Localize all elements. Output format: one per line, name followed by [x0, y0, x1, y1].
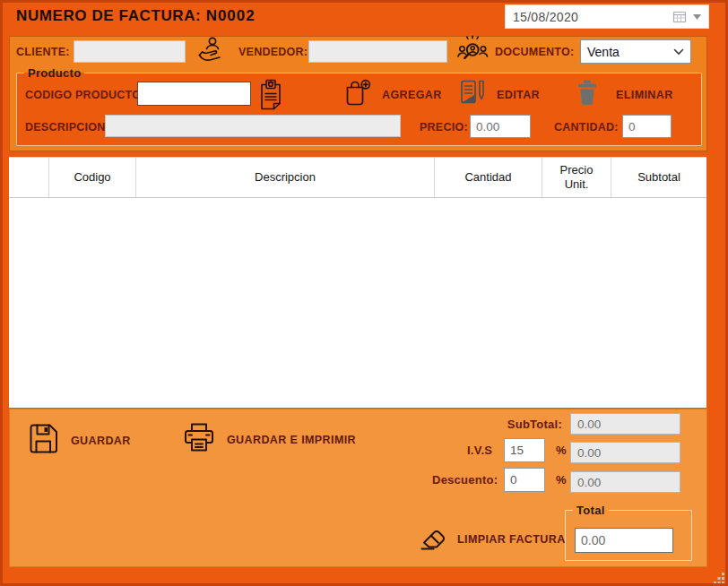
- chevron-down-icon: [673, 48, 684, 56]
- descuento-label: Descuento:: [432, 473, 498, 487]
- table-body: [9, 199, 706, 408]
- eliminar-label: ELIMINAR: [616, 89, 673, 101]
- producto-group-label: Producto: [24, 66, 84, 80]
- printer-icon: [182, 421, 216, 459]
- limpiar-factura-label: LIMPIAR FACTURA: [457, 533, 566, 546]
- col-header-codigo[interactable]: Codigo: [49, 158, 136, 197]
- limpiar-factura-button[interactable]: LIMPIAR FACTURA: [419, 523, 566, 555]
- items-table: Codigo Descripcion Cantidad Precio Unit.…: [9, 157, 706, 408]
- ivs-display: 0.00: [570, 442, 680, 463]
- ivs-label: I.V.S: [467, 444, 492, 457]
- editar-button[interactable]: EDITAR: [459, 79, 540, 110]
- descuento-rate-input[interactable]: [504, 468, 545, 492]
- documento-value: Venta: [587, 45, 620, 59]
- documento-label: DOCUMENTO:: [495, 46, 574, 58]
- precio-input[interactable]: [470, 115, 531, 138]
- eliminar-button[interactable]: ELIMINAR: [576, 80, 673, 109]
- guardar-button[interactable]: GUARDAR: [27, 421, 131, 460]
- ivs-percent-label: %: [556, 444, 567, 457]
- guardar-imprimir-button[interactable]: GUARDAR E IMPRIMIR: [182, 421, 356, 459]
- calendar-icon: [672, 10, 688, 23]
- cantidad-input[interactable]: [622, 115, 672, 138]
- descripcion-label: DESCRIPCION:: [25, 121, 109, 134]
- date-picker[interactable]: 15/08/2020: [505, 4, 709, 29]
- codigo-producto-input[interactable]: [137, 82, 251, 106]
- col-header-subtotal[interactable]: Subtotal: [611, 158, 706, 197]
- vendor-search-button[interactable]: [455, 35, 490, 68]
- eraser-icon: [419, 523, 450, 555]
- codigo-producto-label: CODIGO PRODUCTO:: [25, 89, 145, 101]
- invoice-number: N0002: [206, 7, 256, 24]
- descuento-percent-label: %: [556, 473, 567, 487]
- col-header-descripcion[interactable]: Descripcion: [136, 158, 435, 197]
- total-input: [575, 528, 673, 553]
- descuento-display: 0.00: [570, 471, 680, 493]
- precio-label: PRECIO:: [420, 121, 468, 134]
- product-lookup-button[interactable]: [258, 79, 283, 114]
- col-header-precio-unit[interactable]: Precio Unit.: [542, 158, 611, 197]
- ivs-rate-input[interactable]: [504, 438, 545, 462]
- document-pen-icon: [459, 79, 486, 110]
- product-document-icon: [258, 98, 283, 113]
- guardar-label: GUARDAR: [71, 435, 131, 447]
- guardar-imprimir-label: GUARDAR E IMPRIMIR: [227, 434, 356, 446]
- person-hand-icon: [196, 51, 226, 66]
- vendedor-input: [308, 40, 447, 63]
- subtotal-display: 0.00: [570, 413, 680, 435]
- resize-grip[interactable]: [714, 572, 725, 586]
- invoice-title-label: NUMERO DE FACTURA:: [16, 7, 201, 24]
- invoice-window: NUMERO DE FACTURA: N0002 15/08/2020 CLIE…: [0, 0, 728, 586]
- cliente-input: [74, 40, 186, 63]
- people-magnifier-icon: [455, 52, 490, 67]
- documento-select[interactable]: Venta: [580, 39, 691, 64]
- col-header-row-selector[interactable]: [9, 158, 49, 197]
- table-header-row: Codigo Descripcion Cantidad Precio Unit.…: [9, 157, 706, 198]
- bag-plus-icon: [343, 78, 371, 111]
- descripcion-input: [105, 115, 401, 137]
- page-title: NUMERO DE FACTURA: N0002: [16, 7, 256, 25]
- cliente-label: CLIENTE:: [16, 46, 70, 58]
- cantidad-label: CANTIDAD:: [554, 121, 619, 134]
- editar-label: EDITAR: [497, 89, 540, 101]
- trash-icon: [576, 80, 598, 109]
- agregar-button[interactable]: AGREGAR: [343, 78, 442, 111]
- vendedor-label: VENDEDOR:: [238, 46, 308, 58]
- agregar-label: AGREGAR: [382, 89, 442, 101]
- date-value: 15/08/2020: [513, 10, 672, 24]
- total-group-label: Total: [573, 504, 609, 517]
- date-dropdown-arrow-icon: [693, 14, 701, 20]
- client-search-button[interactable]: [196, 36, 226, 67]
- floppy-disk-icon: [27, 421, 60, 460]
- col-header-cantidad[interactable]: Cantidad: [435, 158, 542, 197]
- subtotal-label: SubTotal:: [466, 418, 562, 431]
